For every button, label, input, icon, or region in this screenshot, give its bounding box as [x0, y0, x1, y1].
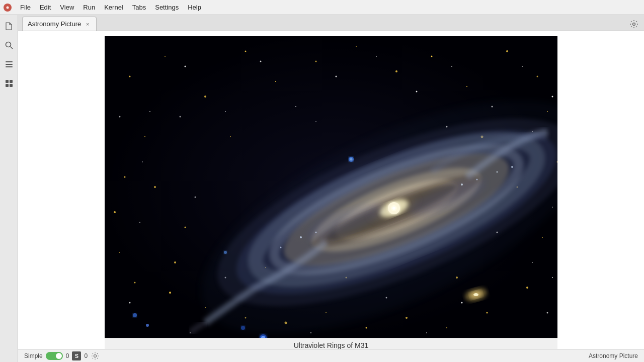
- svg-point-121: [532, 262, 533, 263]
- content-area: Astronomy Picture ×: [18, 15, 644, 362]
- galaxy-image: [105, 36, 557, 338]
- svg-rect-8: [10, 80, 13, 83]
- svg-point-2: [6, 42, 11, 47]
- svg-rect-5: [6, 64, 13, 65]
- svg-point-17: [275, 81, 276, 82]
- svg-point-29: [526, 287, 528, 289]
- svg-point-46: [230, 136, 231, 137]
- svg-point-38: [169, 292, 171, 294]
- svg-point-21: [431, 56, 433, 57]
- menu-bar: File Edit View Run Kernel Tabs Settings …: [0, 0, 644, 15]
- svg-point-64: [139, 222, 140, 223]
- svg-point-55: [260, 61, 262, 62]
- svg-point-13: [129, 76, 131, 77]
- svg-point-30: [487, 312, 488, 314]
- mode-label: Simple: [24, 352, 43, 359]
- svg-point-63: [552, 96, 553, 98]
- svg-point-109: [315, 232, 317, 233]
- menu-help[interactable]: Help: [184, 2, 205, 13]
- menu-file[interactable]: File: [16, 2, 35, 13]
- svg-rect-6: [6, 66, 13, 67]
- svg-point-59: [416, 91, 418, 93]
- svg-point-1: [7, 6, 9, 9]
- tab-close-button[interactable]: ×: [84, 21, 91, 28]
- plugins-icon[interactable]: [2, 76, 16, 90]
- menu-edit[interactable]: Edit: [36, 2, 55, 13]
- svg-point-44: [154, 186, 156, 188]
- svg-point-11: [633, 23, 635, 26]
- svg-point-28: [542, 237, 543, 238]
- svg-point-31: [446, 327, 447, 328]
- svg-point-39: [134, 282, 136, 284]
- svg-point-40: [119, 252, 120, 253]
- svg-rect-9: [6, 84, 9, 87]
- status-bar: Simple 0 S 0 Astronomy Picture: [18, 349, 644, 362]
- sidebar: [0, 15, 18, 362]
- svg-point-84: [146, 324, 149, 327]
- tab-bar: Astronomy Picture ×: [18, 15, 644, 31]
- svg-point-42: [124, 176, 126, 178]
- svg-point-32: [406, 317, 408, 319]
- svg-point-68: [310, 332, 311, 333]
- settings-icon[interactable]: [628, 18, 640, 30]
- status-gear-icon[interactable]: [91, 351, 100, 360]
- svg-point-23: [506, 50, 508, 52]
- svg-point-33: [366, 327, 367, 329]
- menu-view[interactable]: View: [56, 2, 78, 13]
- status-app-name: Astronomy Picture: [589, 352, 638, 359]
- svg-point-57: [336, 76, 337, 77]
- svg-point-105: [473, 293, 478, 296]
- svg-point-117: [446, 126, 448, 128]
- image-caption: Ultraviolet Rings of M31: [105, 338, 557, 349]
- svg-point-125: [94, 354, 97, 357]
- svg-rect-4: [6, 61, 13, 62]
- menu-tabs[interactable]: Tabs: [128, 2, 150, 13]
- svg-point-19: [356, 46, 357, 47]
- svg-point-53: [185, 66, 186, 67]
- svg-point-70: [426, 332, 427, 333]
- svg-point-124: [119, 116, 121, 118]
- svg-point-52: [149, 111, 150, 112]
- svg-point-110: [280, 247, 282, 248]
- svg-point-123: [552, 207, 553, 208]
- files-icon[interactable]: [2, 19, 16, 33]
- svg-point-15: [204, 96, 206, 98]
- notebook-content: Ultraviolet Rings of M31: [18, 31, 644, 349]
- status-num1: 0: [66, 352, 69, 359]
- tab-label: Astronomy Picture: [28, 20, 81, 28]
- notebook-tab[interactable]: Astronomy Picture ×: [22, 17, 97, 31]
- svg-point-71: [461, 302, 463, 304]
- svg-point-116: [315, 121, 316, 122]
- svg-point-18: [315, 61, 317, 62]
- svg-point-119: [142, 161, 143, 162]
- search-icon[interactable]: [2, 38, 16, 52]
- svg-point-114: [511, 166, 513, 168]
- svg-rect-7: [6, 80, 9, 83]
- main-layout: Astronomy Picture ×: [0, 15, 644, 362]
- svg-point-83: [133, 313, 137, 317]
- svg-point-45: [185, 227, 186, 228]
- simple-toggle[interactable]: [46, 352, 63, 360]
- svg-point-65: [129, 302, 131, 304]
- svg-rect-10: [10, 84, 13, 87]
- menu-kernel[interactable]: Kernel: [100, 2, 127, 13]
- svg-point-58: [376, 56, 377, 57]
- svg-point-73: [547, 312, 548, 314]
- svg-point-20: [395, 70, 397, 72]
- svg-point-118: [532, 131, 533, 132]
- outline-icon[interactable]: [2, 57, 16, 71]
- svg-point-16: [245, 51, 247, 52]
- svg-point-120: [195, 197, 196, 198]
- svg-point-62: [522, 66, 523, 67]
- menu-run[interactable]: Run: [79, 2, 99, 13]
- svg-point-115: [180, 116, 181, 118]
- menu-settings[interactable]: Settings: [151, 2, 183, 13]
- svg-point-122: [497, 232, 498, 233]
- app-logo: [2, 2, 13, 13]
- svg-point-60: [451, 66, 452, 67]
- svg-point-24: [537, 76, 538, 77]
- status-box-s: S: [72, 351, 81, 360]
- svg-point-50: [174, 261, 176, 263]
- svg-point-22: [466, 86, 467, 87]
- svg-line-3: [10, 47, 13, 49]
